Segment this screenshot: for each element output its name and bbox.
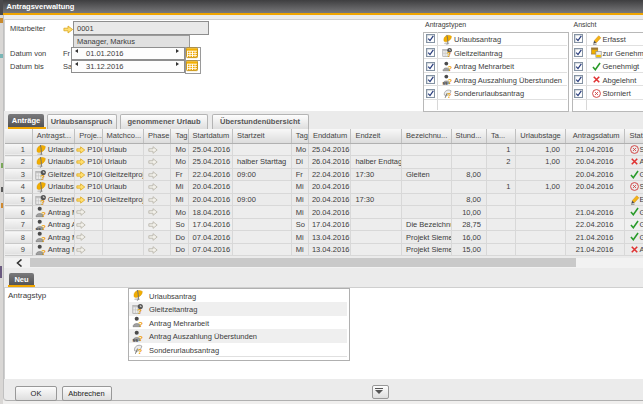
svg-text:?: ?	[448, 79, 452, 86]
svg-text:?: ?	[138, 347, 143, 355]
svg-text:?: ?	[447, 51, 451, 58]
svg-text:?: ?	[41, 235, 46, 243]
svg-text:?: ?	[41, 223, 46, 231]
svg-text:?: ?	[41, 210, 46, 218]
svg-text:?: ?	[41, 248, 46, 256]
svg-text:?: ?	[137, 307, 142, 315]
svg-text:?: ?	[138, 320, 143, 328]
svg-text:?: ?	[40, 198, 45, 206]
svg-text:?: ?	[448, 65, 452, 72]
svg-text:?: ?	[447, 92, 451, 99]
svg-text:?: ?	[138, 334, 143, 342]
svg-text:?: ?	[40, 173, 45, 181]
